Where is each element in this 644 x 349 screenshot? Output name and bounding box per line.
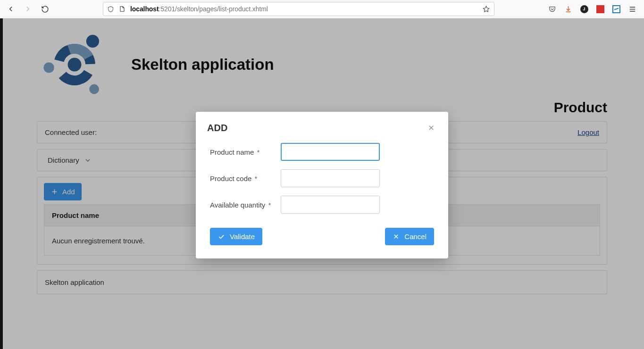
label-product-name: Product name *: [210, 148, 281, 156]
close-icon[interactable]: [426, 122, 437, 133]
required-mark: *: [257, 148, 260, 156]
label-product-code: Product code *: [210, 174, 281, 183]
page: Skelton application Product Connected us…: [0, 18, 644, 349]
modal-title: ADD: [207, 123, 227, 133]
validate-label: Validate: [230, 233, 255, 241]
url-bar[interactable]: localhost:5201/skelton/pages/list-produc…: [103, 2, 494, 16]
input-available-qty[interactable]: [281, 196, 380, 214]
url-path: :5201/skelton/pages/list-product.xhtml: [159, 5, 268, 13]
download-icon[interactable]: [564, 5, 572, 13]
ext-blue-icon[interactable]: [612, 5, 620, 13]
browser-chrome: localhost:5201/skelton/pages/list-produc…: [0, 0, 644, 18]
row-product-name: Product name *: [210, 143, 434, 161]
label-text: Product name: [210, 148, 254, 156]
row-available-qty: Available quantity *: [210, 196, 434, 214]
cancel-button[interactable]: Cancel: [385, 228, 434, 245]
page-icon: [119, 6, 125, 12]
validate-button[interactable]: Validate: [210, 228, 262, 245]
label-available-qty: Available quantity *: [210, 201, 281, 209]
url-text: localhost:5201/skelton/pages/list-produc…: [130, 5, 268, 13]
account-icon[interactable]: J: [580, 5, 588, 13]
input-product-code[interactable]: [281, 169, 380, 187]
shield-icon: [107, 6, 114, 13]
avatar-letter: J: [580, 5, 588, 13]
ext-red-icon[interactable]: [596, 5, 604, 13]
nav-buttons: [7, 5, 49, 13]
reload-button[interactable]: [41, 5, 49, 13]
check-icon: [217, 233, 225, 241]
star-icon[interactable]: [482, 5, 490, 13]
required-mark: *: [255, 174, 258, 183]
modal-overlay: ADD Product name * Product code *: [0, 18, 644, 349]
pocket-icon[interactable]: [548, 5, 556, 13]
input-product-name[interactable]: [281, 143, 380, 161]
url-host: localhost: [130, 5, 159, 13]
required-mark: *: [268, 201, 271, 209]
row-product-code: Product code *: [210, 169, 434, 187]
x-icon: [393, 233, 400, 240]
cancel-label: Cancel: [404, 233, 427, 241]
menu-icon[interactable]: [628, 5, 636, 13]
label-text: Available quantity: [210, 201, 265, 209]
label-text: Product code: [210, 174, 251, 183]
forward-button[interactable]: [24, 5, 32, 13]
add-modal: ADD Product name * Product code *: [196, 112, 448, 258]
back-button[interactable]: [7, 5, 15, 13]
toolbar-icons: J: [548, 5, 636, 13]
